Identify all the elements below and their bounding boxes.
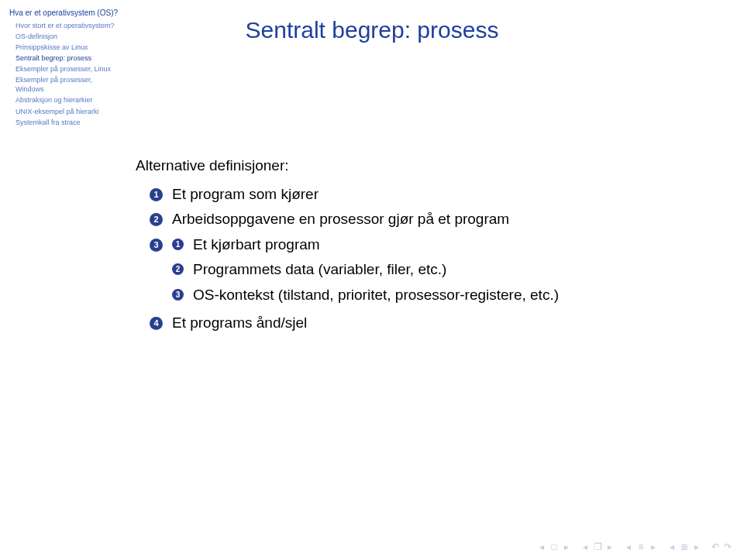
bullet-number-icon: 2 [172,263,184,275]
nav-next-icon[interactable]: ▸ [561,541,572,552]
sidebar: Hva er et operativsystem (OS)? Hvor stor… [9,8,122,129]
nav-slide-icon[interactable]: □ [549,541,560,552]
nav-group-section[interactable]: ◂ ≣ ▸ [666,541,702,552]
bullet-number-icon: 2 [150,213,163,226]
bullet-number-icon: 1 [150,188,163,201]
nested-list-item: 3 OS-kontekst (tilstand, prioritet, pros… [172,284,709,307]
sidebar-item-8[interactable]: Systemkall fra strace [16,118,122,127]
nav-frame-icon[interactable]: ❐ [592,541,603,552]
nav-group-slide[interactable]: ◂ □ ▸ [536,541,572,552]
nav-group-history[interactable]: ↶ ↷ [710,541,733,552]
list-item-text: OS-kontekst (tilstand, prioritet, proses… [193,284,559,307]
sidebar-item-3[interactable]: Sentralt begrep: prosess [16,53,122,63]
nav-group-frame[interactable]: ◂ ❐ ▸ [580,541,615,552]
slide-content: Alternative definisjoner: 1 Et program s… [136,155,709,338]
list-item: 4 Et programs ånd/sjel [150,312,709,335]
nested-list-item: 2 Programmets data (variabler, filer, et… [172,259,709,281]
nested-list-item: 1 Et kjørbart program [172,234,709,256]
bullet-number-icon: 4 [150,317,163,330]
list-item: 1 Et program som kjører [150,184,709,206]
nav-subsection-icon[interactable]: ≡ [636,541,646,552]
nav-group-subsection[interactable]: ◂ ≡ ▸ [623,541,659,552]
beamer-nav: ◂ □ ▸ ◂ ❐ ▸ ◂ ≡ ▸ ◂ ≣ ▸ ↶ ↷ [536,541,733,552]
list-item-text: Arbeidsoppgavene en prosessor gjør på et… [172,208,509,231]
sidebar-item-2[interactable]: Prinsippskisse av Linux [16,43,122,52]
nav-prev-icon[interactable]: ◂ [536,541,547,552]
sidebar-item-4[interactable]: Eksempler på prosesser, Linux [16,64,122,74]
list-item-text: Programmets data (variabler, filer, etc.… [193,259,446,281]
sidebar-section[interactable]: Hva er et operativsystem (OS)? [9,8,122,19]
nav-prev-icon[interactable]: ◂ [580,541,591,552]
nav-next-icon[interactable]: ▸ [691,541,702,552]
list-item: 2 Arbeidsoppgavene en prosessor gjør på … [150,208,709,231]
bullet-number-icon: 3 [150,239,163,252]
sidebar-item-0[interactable]: Hvor stort er et operativsystem? [16,21,122,30]
content-intro: Alternative definisjoner: [136,155,709,177]
sidebar-item-1[interactable]: OS-definisjon [16,32,122,41]
nav-next-icon[interactable]: ▸ [648,541,659,552]
nav-section-icon[interactable]: ≣ [679,541,690,552]
sidebar-item-7[interactable]: UNIX-eksempel på hierarki [16,107,122,116]
nav-forward-icon[interactable]: ↷ [722,541,733,552]
list-item-text: Et programs ånd/sjel [172,312,307,335]
bullet-number-icon: 1 [172,239,184,250]
nav-prev-icon[interactable]: ◂ [623,541,634,552]
bullet-number-icon: 3 [172,289,184,301]
list-item-text: Et program som kjører [172,184,319,206]
nav-next-icon[interactable]: ▸ [604,541,615,552]
sidebar-item-6[interactable]: Abstraksjon og hierarkier [16,95,122,105]
nav-back-icon[interactable]: ↶ [710,541,721,552]
nav-prev-icon[interactable]: ◂ [666,541,677,552]
sidebar-item-5[interactable]: Eksempler på prosesser, Windows [16,75,122,94]
list-item-text: Et kjørbart program [193,234,320,256]
list-item: 3 1 Et kjørbart program 2 Programmets da… [150,234,709,310]
